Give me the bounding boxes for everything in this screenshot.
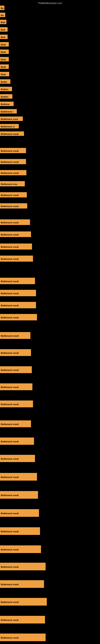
bar-label-43: Bottleneck result xyxy=(0,509,39,517)
bar-label-20: Bottleneck result xyxy=(0,159,26,164)
bar-item-43: Bottleneck result xyxy=(0,509,39,517)
bar-item-34: Bottleneck result xyxy=(0,349,31,356)
bar-label-48: Bottleneck result xyxy=(0,598,47,606)
bar-label-32: Bottleneck result xyxy=(0,314,37,320)
bar-label-23: Bottleneck result xyxy=(0,192,27,198)
bar-item-42: Bottleneck result xyxy=(0,491,38,499)
bar-label-33: Bottleneck result xyxy=(0,332,30,339)
bar-label-47: Bottleneck result xyxy=(0,580,44,588)
bar-item-27: Bottleneck result xyxy=(0,244,32,250)
bar-item-35: Bottleneck result xyxy=(0,366,32,373)
bar-item-3: Bott xyxy=(0,20,6,24)
bar-item-22: Bottleneck resu xyxy=(0,181,25,186)
bar-label-40: Bottleneck result xyxy=(0,455,35,462)
bar-item-24: Bottleneck result xyxy=(0,203,27,208)
bar-item-9: Bottl xyxy=(0,64,9,69)
bar-label-41: Bottleneck result xyxy=(0,473,37,480)
bar-label-18: Bottleneck result xyxy=(0,132,24,136)
bar-label-6: Bottl xyxy=(0,42,9,46)
bar-label-27: Bottleneck result xyxy=(0,244,32,250)
bar-label-2: Bo xyxy=(0,13,5,17)
bar-label-36: Bottleneck result xyxy=(0,384,32,390)
bar-item-21: Bottleneck result xyxy=(0,170,26,175)
bar-label-39: Bottleneck result xyxy=(0,438,34,445)
bar-item-26: Bottleneck result xyxy=(0,232,31,237)
bar-label-26: Bottleneck result xyxy=(0,232,31,237)
bar-label-46: Bottleneck result xyxy=(0,563,46,570)
bar-item-23: Bottleneck result xyxy=(0,192,27,198)
bar-item-19: Bottleneck result xyxy=(0,148,26,153)
bar-item-46: Bottleneck result xyxy=(0,563,46,570)
bar-label-21: Bottleneck result xyxy=(0,170,26,175)
bar-label-35: Bottleneck result xyxy=(0,366,32,373)
bar-label-30: Bottleneck result xyxy=(0,290,36,296)
bar-item-13: Bottlen xyxy=(0,94,12,98)
bar-item-2: Bo xyxy=(0,13,5,17)
bar-item-25: Bottleneck result xyxy=(0,219,30,225)
site-title: TheBottlenecker.com xyxy=(0,0,100,6)
bar-label-15: Bottleneck r xyxy=(0,109,17,114)
bar-label-7: Bottl xyxy=(0,50,9,54)
bar-item-28: Bottleneck result xyxy=(0,256,33,262)
bar-item-6: Bottl xyxy=(0,42,9,46)
bar-label-34: Bottleneck result xyxy=(0,349,31,356)
bar-item-44: Bottleneck result xyxy=(0,527,40,535)
bar-item-14: Bottlene xyxy=(0,102,14,106)
bar-label-13: Bottlen xyxy=(0,94,12,98)
bar-item-40: Bottleneck result xyxy=(0,455,35,462)
bar-item-11: Bottle xyxy=(0,79,10,84)
bar-item-45: Bottleneck result xyxy=(0,546,41,553)
bar-label-42: Bottleneck result xyxy=(0,491,38,499)
bar-item-29: Bottleneck result xyxy=(0,278,35,284)
bar-label-14: Bottlene xyxy=(0,102,14,106)
bar-item-20: Bottleneck result xyxy=(0,159,26,164)
bar-item-39: Bottleneck result xyxy=(0,438,34,445)
bar-item-31: Bottleneck result xyxy=(0,302,36,308)
bar-item-5: Bott xyxy=(0,34,8,39)
bar-item-18: Bottleneck result xyxy=(0,132,24,136)
bar-item-48: Bottleneck result xyxy=(0,598,47,606)
bar-item-8: Bottl xyxy=(0,57,9,62)
bar-label-8: Bottl xyxy=(0,57,9,62)
bar-label-29: Bottleneck result xyxy=(0,278,35,284)
bar-label-19: Bottleneck result xyxy=(0,148,26,153)
bar-label-3: Bott xyxy=(0,20,6,24)
bar-item-41: Bottleneck result xyxy=(0,473,37,480)
bar-label-17: Bottleneck re xyxy=(0,124,19,128)
bar-item-4: Bott xyxy=(0,27,8,32)
bar-label-24: Bottleneck result xyxy=(0,203,27,208)
bar-item-10: Bottl xyxy=(0,72,9,76)
bar-label-45: Bottleneck result xyxy=(0,546,41,553)
bar-label-31: Bottleneck result xyxy=(0,302,36,308)
bar-label-12: Bottlen xyxy=(0,87,12,91)
bar-label-38: Bottleneck result xyxy=(0,420,31,427)
bar-item-36: Bottleneck result xyxy=(0,384,32,390)
bar-label-28: Bottleneck result xyxy=(0,256,33,262)
bar-label-11: Bottle xyxy=(0,79,10,84)
bar-label-22: Bottleneck resu xyxy=(0,181,25,186)
bar-label-4: Bott xyxy=(0,27,8,32)
bar-item-16: Bottleneck resul xyxy=(0,116,23,121)
bar-item-17: Bottleneck re xyxy=(0,124,19,128)
bar-label-44: Bottleneck result xyxy=(0,527,40,535)
bar-label-5: Bott xyxy=(0,34,8,39)
bar-item-50: Bottleneck result xyxy=(0,634,46,641)
bar-item-1: Bo xyxy=(0,6,4,10)
bar-item-7: Bottl xyxy=(0,50,9,54)
bar-label-37: Bottleneck result xyxy=(0,400,33,407)
bar-item-37: Bottleneck result xyxy=(0,400,33,407)
bar-item-49: Bottleneck result xyxy=(0,616,45,624)
bar-label-1: Bo xyxy=(0,6,4,10)
bar-item-32: Bottleneck result xyxy=(0,314,37,320)
bar-item-33: Bottleneck result xyxy=(0,332,30,339)
bar-label-9: Bottl xyxy=(0,64,9,69)
bar-label-10: Bottl xyxy=(0,72,9,76)
bar-item-30: Bottleneck result xyxy=(0,290,36,296)
bar-item-47: Bottleneck result xyxy=(0,580,44,588)
bar-label-50: Bottleneck result xyxy=(0,634,46,641)
bar-label-25: Bottleneck result xyxy=(0,219,30,225)
bar-label-16: Bottleneck resul xyxy=(0,116,23,121)
bar-item-12: Bottlen xyxy=(0,87,12,91)
bar-item-15: Bottleneck r xyxy=(0,109,17,114)
bar-label-49: Bottleneck result xyxy=(0,616,45,624)
